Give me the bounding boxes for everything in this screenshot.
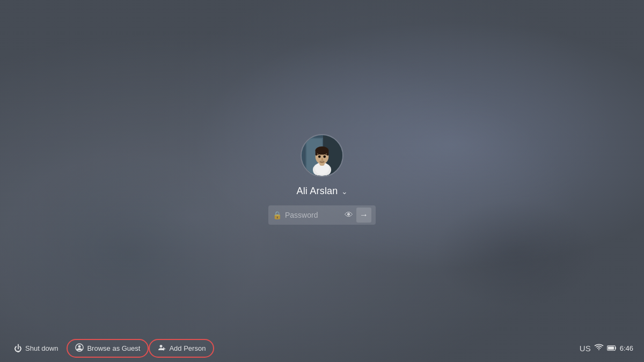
password-input[interactable] xyxy=(285,211,341,219)
username-label: Ali Arslan xyxy=(296,186,338,197)
power-icon: ⏻ xyxy=(14,344,22,353)
browse-as-guest-button[interactable]: Browse as Guest xyxy=(68,340,148,357)
region-label: US xyxy=(580,344,591,353)
clock-display: 6:46 xyxy=(620,344,633,352)
chevron-down-icon: ⌄ xyxy=(341,187,348,196)
show-password-icon[interactable]: 👁 xyxy=(345,210,353,220)
add-person-icon xyxy=(157,343,166,353)
svg-rect-15 xyxy=(319,160,325,162)
svg-rect-11 xyxy=(316,149,318,155)
browse-guest-label: Browse as Guest xyxy=(87,344,140,352)
avatar xyxy=(301,134,343,177)
avatar-image xyxy=(302,135,342,176)
login-panel: Ali Arslan ⌄ 🔒 👁 → xyxy=(268,134,376,225)
lock-icon: 🔒 xyxy=(273,211,282,219)
system-tray[interactable]: US 6:46 xyxy=(575,344,638,353)
shutdown-label: Shut down xyxy=(25,344,58,352)
svg-point-13 xyxy=(318,155,321,158)
wifi-icon xyxy=(594,344,604,353)
svg-point-14 xyxy=(323,155,326,158)
shutdown-button[interactable]: ⏻ Shut down xyxy=(6,341,65,356)
username-row[interactable]: Ali Arslan ⌄ xyxy=(296,186,347,197)
svg-rect-22 xyxy=(608,346,614,350)
submit-password-button[interactable]: → xyxy=(356,208,371,223)
add-person-label: Add Person xyxy=(169,344,206,352)
svg-point-18 xyxy=(160,345,163,348)
battery-icon xyxy=(607,344,617,353)
password-field-container: 🔒 👁 → xyxy=(268,205,376,225)
add-person-button[interactable]: Add Person xyxy=(150,340,213,357)
bottom-bar: ⏻ Shut down Browse as Guest Add Person xyxy=(0,334,644,362)
svg-rect-12 xyxy=(327,149,329,155)
guest-icon xyxy=(75,343,84,353)
svg-point-17 xyxy=(78,345,81,348)
